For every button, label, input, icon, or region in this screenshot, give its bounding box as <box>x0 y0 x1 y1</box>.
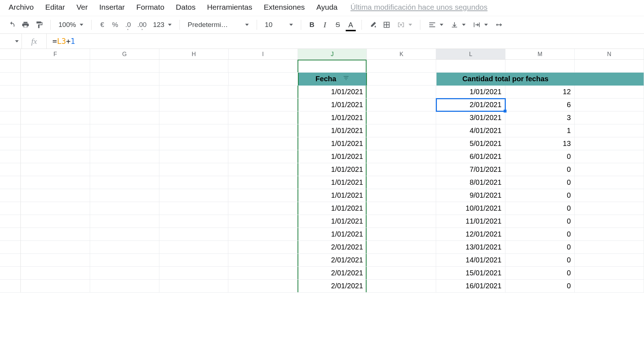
cell[interactable]: 1/01/2021 <box>298 150 367 163</box>
cell[interactable] <box>159 176 229 189</box>
cell[interactable] <box>90 280 159 293</box>
cell[interactable] <box>436 60 505 73</box>
cell[interactable]: 3/01/2021 <box>436 111 505 124</box>
column-header-G[interactable]: G <box>90 49 159 59</box>
cell[interactable]: 0 <box>505 241 575 254</box>
cell[interactable] <box>159 267 229 280</box>
cell[interactable]: 0 <box>505 176 575 189</box>
cell[interactable] <box>228 150 298 163</box>
cell[interactable] <box>159 98 229 111</box>
cell[interactable] <box>159 124 229 137</box>
cell[interactable] <box>228 86 298 98</box>
row-header[interactable] <box>0 163 21 176</box>
cell[interactable]: 12 <box>505 86 575 98</box>
cell[interactable] <box>367 124 436 137</box>
cell[interactable] <box>367 254 436 267</box>
cell[interactable] <box>575 73 644 86</box>
select-all-corner[interactable] <box>0 49 21 59</box>
row-header[interactable] <box>0 202 21 215</box>
cell[interactable]: 0 <box>505 202 575 215</box>
cell[interactable] <box>228 111 298 124</box>
cell[interactable] <box>21 228 90 241</box>
cell[interactable] <box>228 267 298 280</box>
cell[interactable]: 4/01/2021 <box>436 124 505 137</box>
font-size-dropdown[interactable]: 10 <box>263 21 295 29</box>
cell[interactable] <box>228 228 298 241</box>
row-header[interactable] <box>0 111 21 124</box>
cell[interactable] <box>228 163 298 176</box>
cell[interactable]: 1/01/2021 <box>436 86 505 98</box>
cell[interactable] <box>90 98 159 111</box>
cell[interactable] <box>159 60 229 73</box>
cell[interactable] <box>159 189 229 202</box>
paint-format-icon[interactable] <box>34 20 45 30</box>
cell[interactable] <box>367 86 436 98</box>
cell[interactable]: 1 <box>505 124 575 137</box>
cell[interactable] <box>228 176 298 189</box>
cell[interactable] <box>21 111 90 124</box>
cell[interactable] <box>575 280 644 293</box>
menu-ver[interactable]: Ver <box>74 1 90 13</box>
cell[interactable] <box>21 202 90 215</box>
cell[interactable]: 8/01/2021 <box>436 176 505 189</box>
cell[interactable] <box>575 254 644 267</box>
cell[interactable]: 5/01/2021 <box>436 137 505 150</box>
menu-extensiones[interactable]: Extensiones <box>262 1 307 13</box>
italic-button[interactable]: I <box>320 20 330 30</box>
cell[interactable]: 0 <box>505 254 575 267</box>
cell[interactable] <box>575 189 644 202</box>
cell[interactable] <box>90 137 159 150</box>
cell[interactable]: 0 <box>505 163 575 176</box>
column-header-N[interactable]: N <box>575 49 644 59</box>
cell[interactable] <box>505 60 575 73</box>
decrease-decimals-button[interactable]: .0 <box>123 20 133 30</box>
cell[interactable] <box>575 124 644 137</box>
cell[interactable] <box>367 267 436 280</box>
cell[interactable] <box>90 124 159 137</box>
merge-cells-dropdown[interactable] <box>395 21 414 29</box>
cell[interactable] <box>159 241 229 254</box>
cell[interactable] <box>367 73 437 86</box>
cell[interactable] <box>21 280 90 293</box>
cell[interactable] <box>367 189 436 202</box>
row-header[interactable] <box>0 241 21 254</box>
cell[interactable]: 2/01/2021 <box>298 254 367 267</box>
row-header[interactable] <box>0 86 21 98</box>
cell[interactable]: 0 <box>505 150 575 163</box>
cell[interactable] <box>21 176 90 189</box>
formula-input[interactable]: =L3+1 <box>47 34 644 49</box>
row-header[interactable] <box>0 98 21 111</box>
cell[interactable]: 6/01/2021 <box>436 150 505 163</box>
cell[interactable] <box>228 202 298 215</box>
cell[interactable]: 1/01/2021 <box>298 176 367 189</box>
cell[interactable]: 7/01/2021 <box>436 163 505 176</box>
fill-color-button[interactable] <box>368 20 378 30</box>
cell[interactable]: 6 <box>505 98 575 111</box>
cell[interactable] <box>21 163 90 176</box>
cell[interactable]: 16/01/2021 <box>436 280 505 293</box>
cell[interactable] <box>90 189 159 202</box>
cell[interactable] <box>367 241 436 254</box>
cell[interactable]: 0 <box>505 189 575 202</box>
row-header[interactable] <box>0 189 21 202</box>
cell[interactable] <box>90 254 159 267</box>
row-header[interactable] <box>0 60 21 73</box>
cell[interactable]: 2/01/2021 <box>298 280 367 293</box>
cell[interactable] <box>90 73 159 86</box>
cell[interactable] <box>575 176 644 189</box>
cell[interactable] <box>159 73 229 86</box>
cell[interactable] <box>575 215 644 228</box>
cell[interactable]: 13/01/2021 <box>436 241 505 254</box>
cell[interactable] <box>90 111 159 124</box>
cell[interactable] <box>90 228 159 241</box>
cell[interactable] <box>298 60 367 73</box>
cell[interactable] <box>159 280 229 293</box>
cell[interactable] <box>159 228 229 241</box>
cell[interactable] <box>21 86 90 98</box>
cell[interactable] <box>90 163 159 176</box>
cell[interactable] <box>367 280 436 293</box>
cell[interactable] <box>159 150 229 163</box>
cell[interactable] <box>21 73 90 86</box>
cell[interactable]: 1/01/2021 <box>298 163 367 176</box>
cell[interactable] <box>159 111 229 124</box>
